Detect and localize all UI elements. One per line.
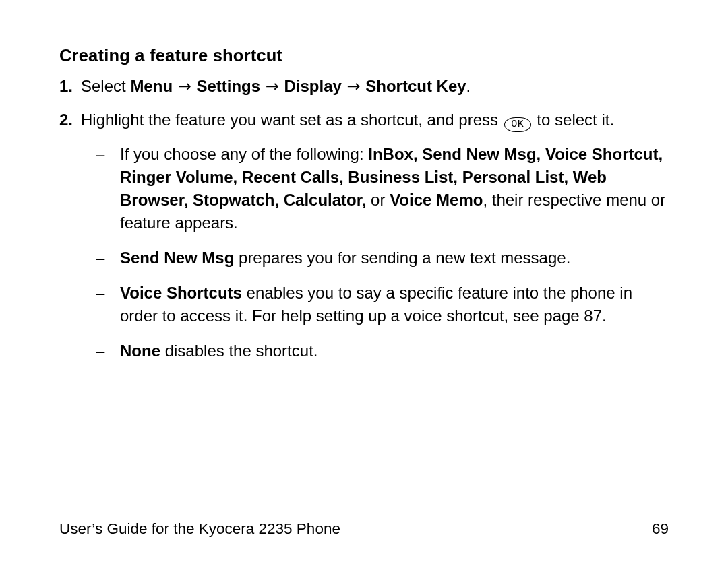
list-body: If you choose any of the following: InBo… <box>120 143 669 235</box>
list-item: – None disables the shortcut. <box>81 340 669 363</box>
text: disables the shortcut. <box>160 342 317 360</box>
ok-button-icon: OK <box>504 117 531 132</box>
list-body: Voice Shortcuts enables you to say a spe… <box>120 282 669 327</box>
feature-name: Voice Memo <box>390 191 483 209</box>
feature-name: Voice Shortcuts <box>120 284 242 302</box>
feature-name: Send New Msg <box>120 249 234 267</box>
step-body: Highlight the feature you want set as a … <box>81 108 669 375</box>
text: prepares you for sending a new text mess… <box>234 249 570 267</box>
menu-path-item: Menu <box>130 77 173 95</box>
menu-path-item: Settings <box>196 77 260 95</box>
list-item: – Voice Shortcuts enables you to say a s… <box>81 282 669 327</box>
list-item: – If you choose any of the following: In… <box>81 143 669 235</box>
footer-divider <box>59 516 669 516</box>
arrow-icon: → <box>173 77 196 96</box>
step-2: 2. Highlight the feature you want set as… <box>59 108 669 375</box>
dash-icon: – <box>96 282 120 327</box>
arrow-icon: → <box>260 77 284 96</box>
menu-path-item: Shortcut Key <box>365 77 466 95</box>
page-footer: User’s Guide for the Kyocera 2235 Phone … <box>59 516 669 538</box>
section-heading: Creating a feature shortcut <box>59 46 669 65</box>
text: or <box>366 191 390 209</box>
page-number: 69 <box>652 520 669 538</box>
list-item: – Send New Msg prepares you for sending … <box>81 247 669 270</box>
feature-name: None <box>120 342 160 360</box>
list-body: Send New Msg prepares you for sending a … <box>120 247 669 270</box>
dash-icon: – <box>96 143 120 235</box>
footer-title: User’s Guide for the Kyocera 2235 Phone <box>59 520 340 538</box>
text: . <box>466 77 471 95</box>
step-number: 2. <box>59 108 81 375</box>
text: Select <box>81 77 130 95</box>
arrow-icon: → <box>342 77 365 96</box>
step-number: 1. <box>59 75 81 98</box>
text: Highlight the feature you want set as a … <box>81 111 503 129</box>
sub-bullet-list: – If you choose any of the following: In… <box>81 143 669 363</box>
menu-path-item: Display <box>284 77 341 95</box>
step-body: Select Menu → Settings → Display → Short… <box>81 75 669 98</box>
document-page: Creating a feature shortcut 1. Select Me… <box>0 0 728 562</box>
list-body: None disables the shortcut. <box>120 340 669 363</box>
text: If you choose any of the following: <box>120 145 368 163</box>
dash-icon: – <box>96 247 120 270</box>
text: to select it. <box>533 111 614 129</box>
dash-icon: – <box>96 340 120 363</box>
step-1: 1. Select Menu → Settings → Display → Sh… <box>59 75 669 98</box>
